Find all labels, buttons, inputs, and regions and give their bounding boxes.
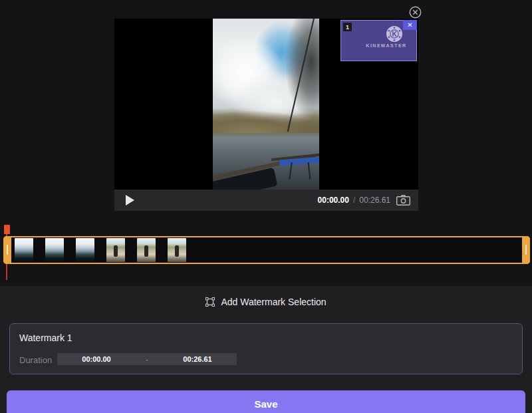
kinemaster-logo-icon: K bbox=[386, 25, 403, 43]
selection-frame-icon bbox=[205, 297, 215, 307]
video-player: 1 ✕ K KINEMASTER bbox=[114, 19, 418, 211]
time-separator: / bbox=[353, 196, 355, 205]
range-separator: - bbox=[136, 355, 158, 363]
svg-text:K: K bbox=[392, 31, 397, 38]
kinemaster-brand-text: KINEMASTER bbox=[356, 43, 416, 48]
watermark-panel: Watermark 1 Duration 00:00.00 - 00:26.61 bbox=[9, 323, 523, 374]
save-button[interactable]: Save bbox=[7, 390, 525, 413]
video-canvas[interactable]: 1 ✕ K KINEMASTER bbox=[114, 19, 418, 190]
timeline-strip[interactable] bbox=[3, 236, 530, 264]
add-watermark-button[interactable]: Add Watermark Selection bbox=[0, 297, 532, 307]
close-icon bbox=[409, 6, 422, 19]
watermark-index-badge: 1 bbox=[343, 23, 352, 31]
total-time: 00:26.61 bbox=[359, 196, 390, 205]
timeline-thumbnail bbox=[76, 238, 94, 262]
duration-label: Duration bbox=[19, 355, 52, 365]
mountains bbox=[213, 110, 319, 133]
handle-grip bbox=[525, 245, 527, 255]
outrigger-leg bbox=[308, 162, 311, 180]
timeline-thumbnail bbox=[168, 238, 186, 262]
close-dialog-button[interactable] bbox=[409, 6, 422, 19]
snapshot-button[interactable] bbox=[396, 195, 410, 206]
start-time-input[interactable]: 00:00.00 bbox=[57, 355, 136, 363]
play-button[interactable] bbox=[126, 195, 134, 206]
video-frame bbox=[213, 19, 319, 190]
time-display: 00:00.00 / 00:26.61 bbox=[318, 196, 390, 205]
camera-icon bbox=[396, 195, 410, 206]
handle-grip bbox=[7, 245, 8, 255]
duration-range: 00:00.00 - 00:26.61 bbox=[57, 353, 237, 365]
trim-handle-right[interactable] bbox=[522, 236, 530, 264]
timeline-thumbnail bbox=[106, 238, 125, 262]
end-time-input[interactable]: 00:26.61 bbox=[158, 355, 237, 363]
timeline-thumbnail bbox=[15, 238, 33, 262]
timeline-thumbnails bbox=[15, 238, 186, 262]
playhead-handle[interactable] bbox=[4, 225, 10, 234]
watermark-selection-box[interactable]: 1 ✕ K KINEMASTER bbox=[340, 20, 417, 61]
trim-handle-left[interactable] bbox=[3, 236, 11, 264]
player-controls: 00:00.00 / 00:26.61 bbox=[114, 190, 418, 211]
add-watermark-label: Add Watermark Selection bbox=[221, 297, 326, 307]
bottom-panel: Add Watermark Selection Watermark 1 Dura… bbox=[0, 286, 532, 413]
timeline-thumbnail bbox=[45, 238, 64, 262]
watermark-remover-page: 1 ✕ K KINEMASTER bbox=[0, 0, 532, 413]
watermark-panel-title: Watermark 1 bbox=[19, 333, 72, 343]
timeline-thumbnail bbox=[137, 238, 156, 262]
current-time: 00:00.00 bbox=[318, 196, 349, 205]
watermark-close-button[interactable]: ✕ bbox=[403, 20, 417, 30]
